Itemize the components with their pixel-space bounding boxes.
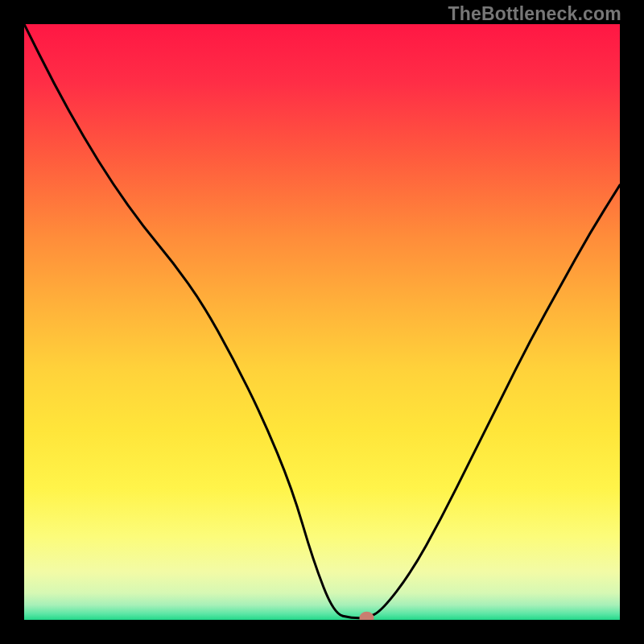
chart-frame: TheBottleneck.com [0,0,644,644]
plot-area [24,24,620,620]
gradient-background [24,24,620,620]
attribution-watermark: TheBottleneck.com [448,3,621,25]
chart-svg [24,24,620,620]
